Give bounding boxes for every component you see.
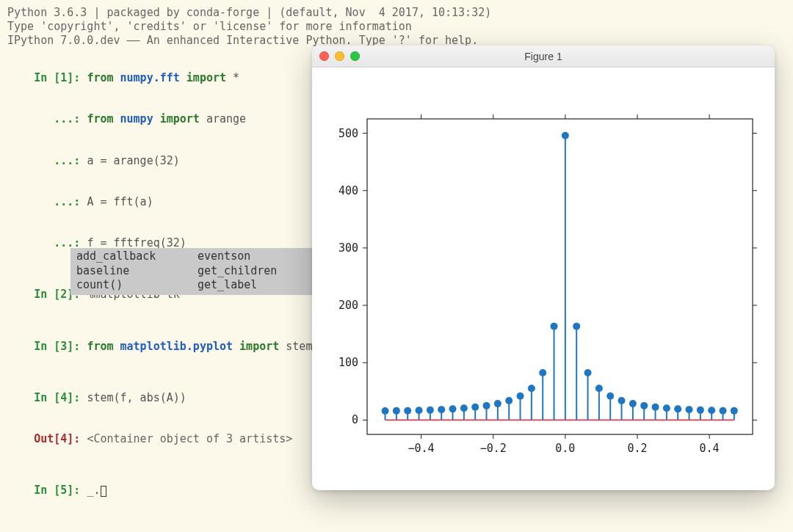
svg-rect-0 <box>367 119 753 434</box>
module-name: numpy <box>120 112 153 125</box>
prompt-in-5: In [5]: <box>34 484 87 497</box>
terminal-header: Python 3.6.3 | packaged by conda-forge |… <box>7 6 786 47</box>
svg-point-58 <box>505 397 513 404</box>
kw-import: import <box>239 340 279 353</box>
svg-point-50 <box>460 404 468 412</box>
svg-text:100: 100 <box>338 356 358 369</box>
svg-point-86 <box>663 404 670 412</box>
svg-point-46 <box>438 406 445 413</box>
svg-point-60 <box>517 393 524 400</box>
import-rest: * <box>226 71 239 84</box>
prompt-in-4: In [4]: <box>34 391 87 404</box>
svg-text:500: 500 <box>338 127 358 140</box>
svg-point-98 <box>731 407 738 415</box>
svg-point-74 <box>595 385 603 392</box>
figure-window[interactable]: Figure 1 0100200300400500−0.4−0.20.00.20… <box>312 45 775 490</box>
figure-canvas[interactable]: 0100200300400500−0.4−0.20.00.20.4 <box>312 68 775 490</box>
code-line: a = arange(32) <box>87 154 179 167</box>
svg-point-76 <box>606 393 614 400</box>
kw-from: from <box>87 112 113 125</box>
svg-point-92 <box>697 407 704 414</box>
autocomplete-item[interactable]: get_label <box>198 278 307 293</box>
prompt-out-4: Out[4]: <box>34 432 87 445</box>
code-line: A = fft(a) <box>87 195 153 208</box>
code-line: stem(f, abs(A)) <box>87 391 186 404</box>
svg-text:0.0: 0.0 <box>555 442 575 455</box>
svg-point-68 <box>562 132 569 139</box>
svg-text:−0.4: −0.4 <box>408 442 435 455</box>
svg-point-88 <box>674 405 681 412</box>
autocomplete-item[interactable]: baseline <box>76 264 186 279</box>
svg-point-52 <box>471 404 479 411</box>
kw-import: import <box>160 112 200 125</box>
window-titlebar[interactable]: Figure 1 <box>312 45 775 68</box>
svg-point-62 <box>528 385 535 392</box>
svg-point-78 <box>618 397 626 404</box>
import-rest: arange <box>200 112 246 125</box>
input-text[interactable]: _. <box>87 484 100 497</box>
svg-point-82 <box>640 402 648 409</box>
autocomplete-popup[interactable]: add_callback eventson baseline get_child… <box>70 248 313 295</box>
autocomplete-item[interactable]: get_children <box>198 264 307 279</box>
header-line-1: Python 3.6.3 | packaged by conda-forge |… <box>7 6 786 20</box>
import-rest: stem <box>279 340 312 353</box>
kw-import: import <box>187 71 226 84</box>
svg-text:−0.2: −0.2 <box>480 442 507 455</box>
prompt-cont: ...: <box>34 195 87 208</box>
prompt-in-3: In [3]: <box>34 340 87 353</box>
svg-point-48 <box>449 405 457 412</box>
autocomplete-item[interactable]: add_callback <box>76 249 186 264</box>
svg-point-40 <box>404 407 411 415</box>
module-name: numpy.fft <box>120 71 180 84</box>
svg-point-44 <box>427 407 434 414</box>
svg-point-90 <box>686 406 693 413</box>
kw-from: from <box>87 340 113 353</box>
svg-point-96 <box>720 407 727 415</box>
svg-point-70 <box>573 323 580 330</box>
svg-point-72 <box>584 369 592 376</box>
cursor-icon <box>101 486 106 497</box>
svg-point-84 <box>652 404 659 411</box>
svg-text:200: 200 <box>338 299 358 312</box>
svg-text:0.2: 0.2 <box>627 442 647 455</box>
header-line-2: Type 'copyright', 'credits' or 'license'… <box>7 20 786 34</box>
svg-point-64 <box>539 369 546 376</box>
stem-plot: 0100200300400500−0.4−0.20.00.20.4 <box>312 68 775 490</box>
svg-point-36 <box>382 407 389 415</box>
autocomplete-item[interactable]: eventson <box>198 249 307 264</box>
window-title: Figure 1 <box>312 51 775 62</box>
svg-text:300: 300 <box>338 241 358 255</box>
module-name: matplotlib.pyplot <box>120 340 233 353</box>
svg-point-80 <box>629 400 637 407</box>
output-line: <Container object of 3 artists> <box>87 432 292 445</box>
prompt-cont: ...: <box>34 112 87 125</box>
svg-point-42 <box>416 407 423 414</box>
prompt-cont: ...: <box>34 154 87 167</box>
svg-point-38 <box>393 407 400 415</box>
prompt-in-1: In [1]: <box>34 71 87 84</box>
svg-text:0.4: 0.4 <box>700 442 720 455</box>
svg-point-54 <box>483 402 490 409</box>
svg-point-56 <box>494 400 501 407</box>
svg-text:400: 400 <box>338 184 358 197</box>
svg-text:0: 0 <box>352 413 358 426</box>
kw-from: from <box>87 71 113 84</box>
svg-point-66 <box>551 323 558 330</box>
autocomplete-item[interactable]: count() <box>76 278 186 293</box>
svg-point-94 <box>708 407 715 414</box>
